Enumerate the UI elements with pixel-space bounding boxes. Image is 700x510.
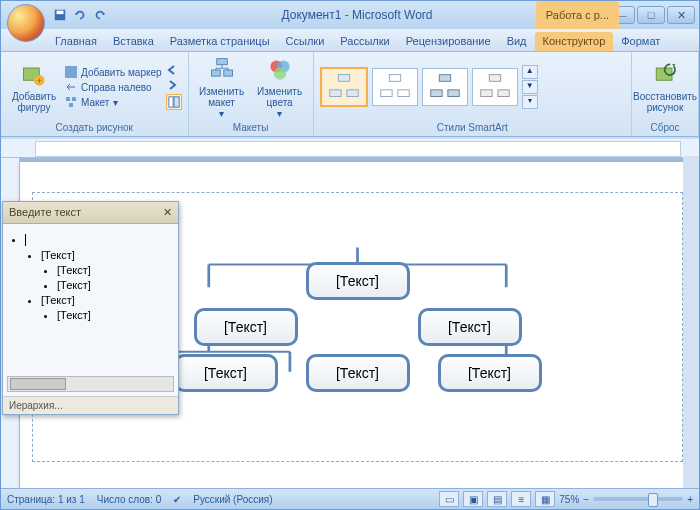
text-pane-item[interactable]: [Текст] [57, 309, 172, 321]
text-pane-item[interactable]: [Текст] [57, 264, 172, 276]
zoom-in-button[interactable]: + [687, 494, 693, 505]
zoom-slider[interactable] [593, 497, 683, 501]
layout-icon [65, 96, 77, 108]
vertical-scrollbar[interactable] [683, 156, 699, 489]
gallery-more-button[interactable]: ▾ [522, 95, 538, 109]
arrow-left-icon [166, 64, 178, 76]
style-item-3[interactable] [422, 68, 468, 106]
text-pane-close-button[interactable]: ✕ [163, 206, 172, 219]
svg-rect-7 [72, 97, 76, 101]
hierarchy-node[interactable]: [Текст] [194, 308, 298, 346]
tab-mailings[interactable]: Рассылки [332, 32, 397, 51]
svg-point-20 [273, 67, 285, 79]
gallery-down-button[interactable]: ▼ [522, 80, 538, 94]
tab-pagelayout[interactable]: Разметка страницы [162, 32, 278, 51]
hierarchy-node[interactable]: [Текст] [306, 354, 410, 392]
tab-references[interactable]: Ссылки [278, 32, 333, 51]
undo-icon[interactable] [73, 8, 87, 22]
redo-icon[interactable] [93, 8, 107, 22]
text-pane-title: Введите текст [9, 206, 81, 219]
style-item-2[interactable] [372, 68, 418, 106]
svg-rect-28 [430, 90, 441, 97]
gallery-up-button[interactable]: ▲ [522, 65, 538, 79]
group-label-layouts: Макеты [195, 120, 307, 136]
zoom-level[interactable]: 75% [559, 494, 579, 505]
view-web-layout[interactable]: ▤ [487, 491, 507, 507]
smartart-text-pane[interactable]: Введите текст ✕ [Текст] [Текст] [Текст] … [2, 201, 179, 415]
text-pane-item[interactable]: [Текст] [41, 294, 172, 306]
window-title: Документ1 - Microsoft Word [107, 8, 607, 22]
svg-text:+: + [37, 76, 42, 86]
office-button[interactable] [7, 4, 45, 42]
save-icon[interactable] [53, 8, 67, 22]
textpane-icon [168, 96, 180, 108]
status-spellcheck-icon[interactable]: ✔ [173, 494, 181, 505]
status-page[interactable]: Страница: 1 из 1 [7, 494, 85, 505]
close-button[interactable]: ✕ [667, 6, 695, 24]
reset-icon [651, 61, 679, 89]
svg-rect-24 [389, 75, 400, 82]
change-layout-icon [208, 56, 236, 84]
view-print-layout[interactable]: ▭ [439, 491, 459, 507]
group-label-reset: Сброс [638, 120, 692, 136]
horizontal-ruler[interactable] [1, 139, 699, 158]
arrow-right-icon [166, 79, 178, 91]
svg-rect-25 [380, 90, 391, 97]
tab-insert[interactable]: Вставка [105, 32, 162, 51]
view-full-screen[interactable]: ▣ [463, 491, 483, 507]
change-colors-button[interactable]: Изменить цвета ▾ [253, 56, 307, 119]
layout-button[interactable]: Макет ▾ [65, 96, 162, 108]
rtl-icon [65, 81, 77, 93]
text-pane-footer: Иерархия... [3, 396, 178, 414]
group-label-create: Создать рисунок [7, 120, 182, 136]
style-item-4[interactable] [472, 68, 518, 106]
hierarchy-node[interactable]: [Текст] [438, 354, 542, 392]
hierarchy-node[interactable]: [Текст] [306, 262, 410, 300]
svg-rect-5 [65, 66, 77, 78]
ribbon-tabs: Главная Вставка Разметка страницы Ссылки… [1, 29, 699, 52]
svg-rect-10 [174, 97, 179, 107]
tab-home[interactable]: Главная [47, 32, 105, 51]
textpane-toggle[interactable] [166, 94, 182, 110]
reset-graphic-button[interactable]: Восстановить рисунок [638, 61, 692, 113]
svg-rect-23 [346, 90, 357, 97]
svg-rect-13 [223, 70, 232, 76]
svg-rect-29 [447, 90, 458, 97]
svg-rect-26 [397, 90, 408, 97]
svg-rect-6 [66, 97, 70, 101]
svg-rect-32 [497, 90, 508, 97]
context-tab-label: Работа с р... [536, 1, 619, 29]
svg-rect-30 [489, 75, 500, 82]
tab-format[interactable]: Формат [613, 32, 668, 51]
promote-button[interactable] [166, 64, 182, 76]
tab-view[interactable]: Вид [499, 32, 535, 51]
hierarchy-node[interactable]: [Текст] [418, 308, 522, 346]
text-pane-item[interactable]: [Текст] [41, 249, 172, 261]
svg-rect-22 [329, 90, 340, 97]
change-colors-icon [266, 56, 294, 84]
status-language[interactable]: Русский (Россия) [193, 494, 272, 505]
svg-rect-9 [168, 97, 172, 107]
tab-design[interactable]: Конструктор [535, 32, 614, 51]
zoom-out-button[interactable]: − [583, 494, 589, 505]
svg-rect-31 [480, 90, 491, 97]
svg-rect-12 [211, 70, 220, 76]
view-draft[interactable]: ▦ [535, 491, 555, 507]
rtl-button[interactable]: Справа налево [65, 81, 162, 93]
status-words[interactable]: Число слов: 0 [97, 494, 161, 505]
hierarchy-node[interactable]: [Текст] [174, 354, 278, 392]
add-bullet-button[interactable]: Добавить маркер [65, 66, 162, 78]
text-pane-item[interactable]: [Текст] [Текст] [Текст] [Текст] [Текст] [25, 233, 172, 321]
tab-review[interactable]: Рецензирование [398, 32, 499, 51]
svg-rect-21 [338, 75, 349, 82]
style-item-1[interactable] [320, 67, 368, 107]
text-pane-scrollbar[interactable] [7, 376, 174, 392]
change-layout-button[interactable]: Изменить макет ▾ [195, 56, 249, 119]
maximize-button[interactable]: □ [637, 6, 665, 24]
text-pane-item[interactable]: [Текст] [57, 279, 172, 291]
svg-rect-8 [69, 103, 73, 107]
group-label-styles: Стили SmartArt [320, 120, 625, 136]
demote-button[interactable] [166, 79, 182, 91]
add-shape-button[interactable]: + Добавить фигуру [7, 61, 61, 113]
view-outline[interactable]: ≡ [511, 491, 531, 507]
